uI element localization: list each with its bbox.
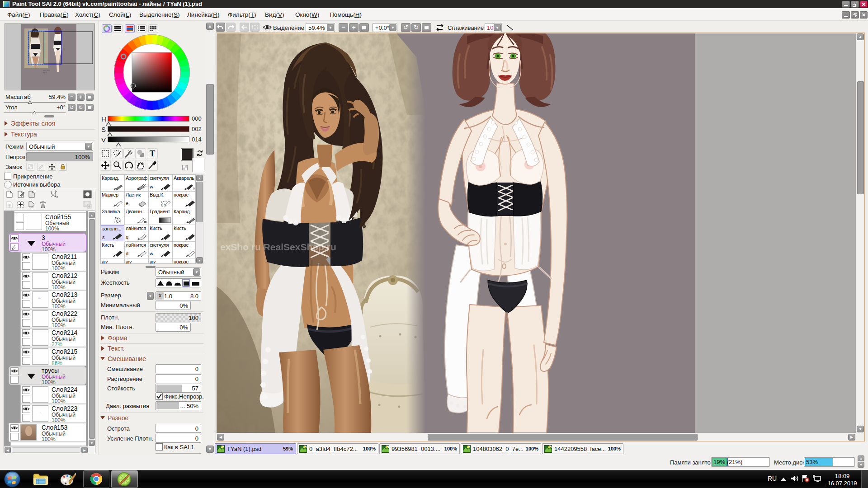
svg-text:exSho ru RealSexShop.ru: exSho ru RealSexShop.ru [220,242,336,252]
svg-text:top 6: top 6 [43,71,47,74]
svg-text:S: S [162,202,165,206]
